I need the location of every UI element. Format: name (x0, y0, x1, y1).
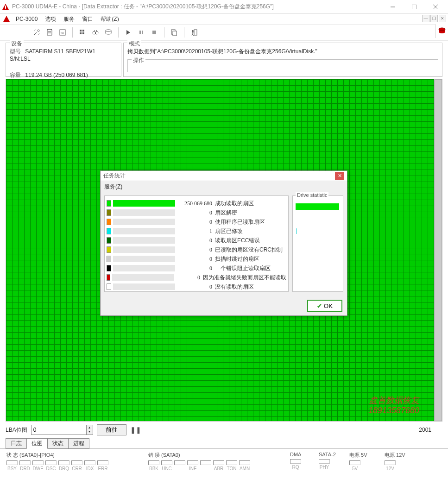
stat-row: 0没有读取的扇区 (107, 282, 286, 291)
svg-point-8 (38, 30, 39, 31)
task-stats-dialog: 任务统计 ✕ 服务(Z) 250 069 680成功读取的扇区0扇区解密0使用程… (100, 170, 347, 316)
tb-percent-icon[interactable]: % (57, 26, 69, 38)
window-maximize-button[interactable] (404, 0, 425, 14)
tb-disk-icon[interactable] (102, 26, 114, 38)
lba-row: LBA位图 ▴▾ 前往 ❚❚ 2001 (0, 422, 448, 438)
status-group-dma: DMA RQ (287, 451, 313, 473)
lba-spinner[interactable]: ▴▾ (87, 425, 93, 435)
tab-bitmap[interactable]: 位图 (26, 438, 48, 449)
led-item: RQ (290, 459, 301, 470)
led-item: DSC (45, 460, 57, 471)
stat-count: 0 (177, 265, 212, 272)
window-minimize-button[interactable] (382, 0, 404, 14)
stat-count: 1 (177, 228, 212, 235)
stat-count: 0 (177, 256, 212, 263)
led-item: 12V (385, 460, 396, 471)
goto-button[interactable]: 前往 (97, 424, 126, 435)
svg-rect-4 (412, 5, 416, 9)
window-titlebar: PC-3000 UDMA-E - China - [Data Extractor… (0, 0, 448, 14)
stat-row: 0使用程序已读取扇区 (107, 217, 286, 227)
led-item: DRD (19, 460, 31, 471)
led-item: PHY (319, 459, 330, 470)
led-item: CRR (71, 460, 82, 471)
stat-swatch (107, 219, 111, 225)
led-box (161, 460, 172, 465)
led-item (174, 460, 185, 471)
stat-swatch (107, 200, 111, 207)
svg-rect-24 (142, 31, 143, 34)
zoom-value: 2001 (419, 427, 431, 433)
tb-copy-icon[interactable] (168, 26, 180, 38)
tab-log[interactable]: 日志 (6, 438, 27, 449)
led-box (213, 460, 224, 465)
svg-rect-23 (139, 31, 141, 34)
toolbar-separator (184, 27, 184, 38)
tb-play-icon[interactable] (122, 26, 134, 38)
svg-rect-15 (80, 32, 82, 34)
stat-label: 没有读取的扇区 (215, 283, 254, 291)
map-scrollbar[interactable] (434, 79, 442, 421)
led-item: TON (226, 460, 237, 471)
dialog-title-text: 任务统计 (103, 172, 335, 180)
dialog-close-button[interactable]: ✕ (335, 172, 344, 180)
stats-panel: 250 069 680成功读取的扇区0扇区解密0使用程序已读取扇区1扇区已修改0… (104, 195, 289, 292)
stat-row: 0扫描时跳过的扇区 (107, 254, 286, 264)
led-item: ABR (213, 460, 224, 471)
status-group-pwr12: 电源 12V 12V (382, 451, 414, 473)
toolbar-separator (72, 27, 73, 38)
led-item: BBK (148, 460, 159, 471)
stat-bar (113, 237, 175, 244)
tb-map-icon[interactable] (76, 26, 88, 38)
led-item: BSY (6, 460, 18, 471)
disk-red-icon[interactable] (437, 26, 447, 36)
tb-stop-icon[interactable] (148, 26, 160, 38)
app-icon (2, 3, 9, 11)
tb-binoculars-icon[interactable] (89, 26, 101, 38)
led-item (200, 460, 211, 471)
stat-count: 0 (177, 209, 212, 216)
tab-status[interactable]: 状态 (47, 438, 69, 449)
tb-report-icon[interactable] (44, 26, 56, 38)
led-box (200, 460, 211, 465)
tab-process[interactable]: 进程 (68, 438, 89, 449)
menu-help[interactable]: 帮助(Z) (97, 14, 122, 24)
stat-bar (113, 283, 175, 290)
svg-point-18 (95, 31, 98, 34)
menu-window[interactable]: 窗口 (78, 14, 97, 24)
lba-pause-icon[interactable]: ❚❚ (130, 426, 141, 434)
mode-legend: 模式 (127, 40, 141, 48)
led-box (226, 460, 237, 465)
stat-label: 成功读取的扇区 (215, 200, 254, 208)
tb-tools-icon[interactable] (31, 26, 43, 38)
stat-bar (113, 246, 175, 253)
mdi-close-button[interactable]: ✕ (439, 15, 446, 22)
dialog-titlebar[interactable]: 任务统计 ✕ (101, 171, 347, 181)
led-box (97, 460, 108, 465)
led-box (187, 460, 198, 465)
led-box (385, 460, 396, 465)
dialog-ok-button[interactable]: ✔OK (307, 300, 342, 312)
led-box (174, 460, 185, 465)
menubar: PC-3000 选项 服务 窗口 帮助(Z) — ❐ ✕ (0, 14, 448, 24)
tb-exit-icon[interactable] (188, 26, 200, 38)
lba-input[interactable] (31, 425, 87, 435)
mdi-restore-button[interactable]: ❐ (430, 15, 438, 22)
led-item: AMN (239, 460, 250, 471)
status-group-sata2: SATA-2 PHY (316, 451, 344, 473)
device-capacity: 119.24 GB (250 069 681) (25, 72, 88, 78)
window-close-button[interactable] (425, 0, 446, 14)
menu-services[interactable]: 服务 (60, 14, 78, 24)
drive-statistic-panel: Drive statistic (292, 195, 343, 292)
stat-bar (113, 219, 175, 225)
dialog-menu-services[interactable]: 服务(Z) (101, 181, 347, 193)
led-box (84, 460, 95, 465)
lba-label: LBA位图 (6, 426, 27, 434)
stat-count: 0 (177, 246, 212, 253)
toolbar-separator (164, 27, 164, 38)
menu-options[interactable]: 选项 (41, 14, 60, 24)
stat-row: 0已读取的扇区没有CRC控制 (107, 245, 286, 254)
tb-pause-icon[interactable] (135, 26, 147, 38)
mdi-minimize-button[interactable]: — (422, 15, 429, 22)
led-box (239, 460, 250, 465)
svg-line-20 (96, 30, 97, 31)
